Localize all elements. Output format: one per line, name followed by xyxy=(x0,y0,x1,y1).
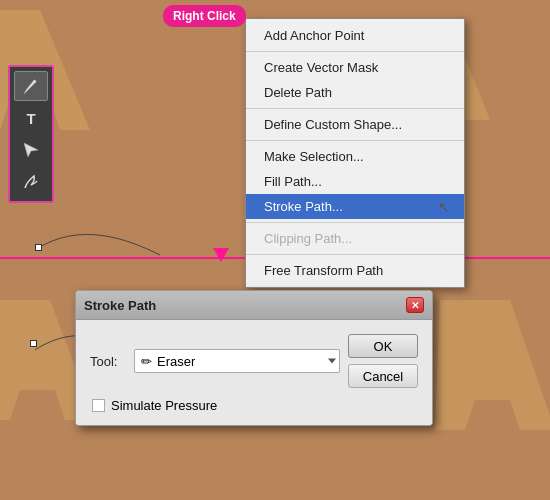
menu-item-free-transform-path[interactable]: Free Transform Path xyxy=(246,258,464,283)
dialog-tool-value: Eraser xyxy=(157,354,195,369)
dialog-tool-row: Tool: ✏ Eraser OK Cancel xyxy=(90,334,418,388)
menu-separator-4 xyxy=(246,222,464,223)
menu-item-clipping-path: Clipping Path... xyxy=(246,226,464,251)
dialog-cancel-button[interactable]: Cancel xyxy=(348,364,418,388)
dialog-close-button[interactable]: ✕ xyxy=(406,297,424,313)
menu-separator-3 xyxy=(246,140,464,141)
dialog-simulate-pressure-row: Simulate Pressure xyxy=(92,398,418,413)
menu-separator-2 xyxy=(246,108,464,109)
eraser-icon: ✏ xyxy=(141,354,152,369)
guide-arrow xyxy=(213,248,229,262)
menu-item-delete-path[interactable]: Delete Path xyxy=(246,80,464,105)
anchor-point-2[interactable] xyxy=(30,340,37,347)
dialog-tool-select[interactable]: ✏ Eraser xyxy=(134,349,340,373)
menu-item-add-anchor[interactable]: Add Anchor Point xyxy=(246,23,464,48)
right-click-badge: Right Click xyxy=(163,5,246,27)
menu-item-fill-path[interactable]: Fill Path... xyxy=(246,169,464,194)
cursor-icon: ↖ xyxy=(438,199,450,215)
simulate-pressure-checkbox[interactable] xyxy=(92,399,105,412)
stroke-path-dialog: Stroke Path ✕ Tool: ✏ Eraser OK Cancel S… xyxy=(75,290,433,426)
menu-item-create-vector-mask[interactable]: Create Vector Mask xyxy=(246,55,464,80)
dialog-select-wrapper: ✏ Eraser xyxy=(134,349,340,373)
menu-item-define-custom-shape[interactable]: Define Custom Shape... xyxy=(246,112,464,137)
dialog-ok-button[interactable]: OK xyxy=(348,334,418,358)
menu-separator-1 xyxy=(246,51,464,52)
toolbox-panel: T xyxy=(8,65,54,203)
select-dropdown-arrow xyxy=(328,359,336,364)
menu-item-stroke-path[interactable]: Stroke Path... ↖ xyxy=(246,194,464,219)
menu-separator-5 xyxy=(246,254,464,255)
menu-item-make-selection[interactable]: Make Selection... xyxy=(246,144,464,169)
dialog-title: Stroke Path xyxy=(84,298,156,313)
simulate-pressure-label: Simulate Pressure xyxy=(111,398,217,413)
text-tool[interactable]: T xyxy=(14,103,48,133)
arrow-tool[interactable] xyxy=(14,135,48,165)
anchor-point-1[interactable] xyxy=(35,244,42,251)
freeform-tool[interactable] xyxy=(14,167,48,197)
dialog-titlebar: Stroke Path ✕ xyxy=(76,291,432,320)
dialog-body: Tool: ✏ Eraser OK Cancel Simulate Pressu… xyxy=(76,320,432,425)
dialog-button-column: OK Cancel xyxy=(348,334,418,388)
pen-tool[interactable] xyxy=(14,71,48,101)
dialog-tool-label: Tool: xyxy=(90,354,126,369)
context-menu: Add Anchor Point Create Vector Mask Dele… xyxy=(245,18,465,288)
